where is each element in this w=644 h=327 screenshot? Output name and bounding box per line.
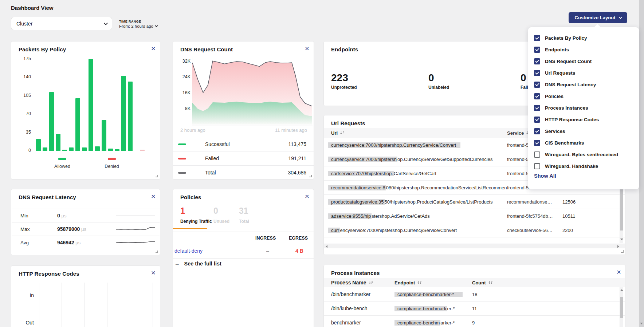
row-label-out: Out bbox=[17, 320, 34, 326]
menu-item[interactable]: DNS Request Count bbox=[528, 55, 639, 67]
gridline bbox=[84, 283, 85, 327]
sort-icon bbox=[369, 280, 373, 285]
tab-total[interactable]: 31 Total bbox=[239, 206, 249, 224]
highlighted-text: compliance-benchm bbox=[394, 320, 440, 326]
card-title: Endpoints bbox=[331, 46, 358, 52]
page-scrollbar[interactable] bbox=[639, 0, 644, 327]
menu-item[interactable]: Endpoints bbox=[528, 44, 639, 55]
checkbox-unchecked[interactable] bbox=[534, 163, 540, 169]
latency-number: 0 bbox=[57, 213, 60, 218]
dns-request-latency-card: DNS Request Latency × Min0 µsMax95879000… bbox=[11, 189, 160, 255]
menu-item[interactable]: HTTP Response Codes bbox=[528, 114, 639, 125]
show-all-link[interactable]: Show All bbox=[534, 173, 556, 179]
checkbox-checked[interactable] bbox=[534, 128, 540, 134]
menu-item-label: Endpoints bbox=[545, 47, 569, 52]
menu-item[interactable]: Packets By Policy bbox=[528, 32, 639, 44]
checkbox-checked[interactable] bbox=[534, 35, 540, 41]
endpoint-cell: compliance-benchmarker-* bbox=[394, 306, 472, 311]
table-row[interactable]: /bin/kube-benchcompliance-benchmarker-*1… bbox=[324, 302, 625, 316]
resize-handle[interactable] bbox=[621, 250, 624, 253]
process-table-vertical-scrollbar[interactable] bbox=[620, 287, 623, 327]
scroll-down-arrow[interactable] bbox=[640, 323, 643, 324]
table-row[interactable]: benchmarkercompliance-benchmarker-*9 bbox=[324, 316, 625, 327]
column-header-url[interactable]: Url bbox=[324, 130, 507, 136]
table-row[interactable]: productcatalogservice:3550/hipstershop.P… bbox=[324, 195, 625, 209]
see-full-list-link[interactable]: →See the full list bbox=[174, 261, 221, 267]
y-axis-tick: 105 bbox=[14, 93, 31, 98]
resize-handle[interactable] bbox=[156, 175, 158, 177]
latency-sparkline bbox=[116, 224, 155, 234]
highlighted-text: currencyservice:7000/hipstersh bbox=[328, 157, 397, 162]
menu-item[interactable]: Wireguard. Handshake bbox=[528, 160, 639, 172]
y-axis-tick: 32K bbox=[175, 59, 191, 64]
column-header-endpoint[interactable]: Endpoint bbox=[394, 280, 472, 285]
bar-allowed bbox=[89, 59, 93, 151]
column-header-count[interactable]: Count bbox=[472, 280, 512, 285]
close-icon[interactable]: × bbox=[151, 44, 156, 52]
resize-handle[interactable] bbox=[309, 175, 312, 177]
menu-item[interactable]: Wireguard. Bytes sent/received bbox=[528, 149, 639, 160]
checkbox-checked[interactable] bbox=[534, 47, 540, 53]
url-table-horizontal-scrollbar[interactable] bbox=[324, 244, 625, 248]
url-text: CartService/GetCart bbox=[394, 171, 436, 176]
menu-item[interactable]: CIS Benchmarks bbox=[528, 137, 639, 149]
bar-allowed bbox=[69, 147, 74, 151]
menu-item-label: DNS Request Latency bbox=[545, 82, 596, 87]
menu-item-label: Process Instances bbox=[545, 105, 588, 111]
checkbox-unchecked[interactable] bbox=[534, 151, 540, 158]
legend-swatch bbox=[178, 172, 186, 174]
menu-item[interactable]: Process Instances bbox=[528, 102, 639, 114]
endpoint-cell: compliance-benchmarker-* bbox=[394, 292, 472, 297]
count-cell: 10511 bbox=[562, 213, 602, 219]
latency-number: 95879000 bbox=[57, 226, 80, 232]
ingress-value: – bbox=[266, 248, 269, 254]
close-icon[interactable]: × bbox=[305, 44, 309, 52]
customize-layout-button[interactable]: Customize Layout bbox=[569, 12, 627, 23]
bar-allowed bbox=[36, 139, 41, 151]
policy-link[interactable]: default-deny bbox=[174, 248, 203, 254]
checkbox-checked[interactable] bbox=[534, 82, 540, 88]
tab-unused[interactable]: 0 Unused bbox=[213, 206, 229, 224]
time-range-value[interactable]: From: 2 hours ago bbox=[119, 24, 157, 28]
legend-label: Total bbox=[205, 170, 216, 176]
column-header-process-name[interactable]: Process Name bbox=[324, 280, 394, 285]
table-row[interactable]: adservice:9555/hipstershop.AdService/Get… bbox=[324, 209, 625, 223]
y-axis-tick: 24K bbox=[175, 74, 191, 79]
close-icon[interactable]: × bbox=[151, 269, 156, 276]
view-selector[interactable]: Cluster bbox=[11, 17, 112, 30]
close-icon[interactable]: × bbox=[151, 192, 156, 200]
checkbox-checked[interactable] bbox=[534, 93, 540, 99]
highlighted-text: productcatalogservice:35 bbox=[328, 199, 385, 205]
menu-item[interactable]: Services bbox=[528, 125, 639, 137]
count-cell: 11 bbox=[472, 306, 512, 311]
legend-swatch bbox=[178, 158, 186, 159]
checkbox-checked[interactable] bbox=[534, 70, 540, 76]
menu-item[interactable]: Url Requests bbox=[528, 67, 639, 79]
checkbox-checked[interactable] bbox=[534, 140, 540, 146]
menu-item[interactable]: Policies bbox=[528, 90, 639, 102]
count-cell: 9 bbox=[472, 320, 512, 326]
column-header-egress: EGRESS bbox=[289, 236, 308, 241]
latency-value: 946942 µs bbox=[57, 240, 115, 245]
close-icon[interactable]: × bbox=[305, 192, 309, 200]
resize-handle[interactable] bbox=[156, 251, 158, 253]
menu-item-label: Wireguard. Handshake bbox=[545, 164, 598, 169]
menu-item[interactable]: DNS Request Latency bbox=[528, 79, 639, 90]
count-cell: 2200 bbox=[562, 228, 602, 233]
close-icon[interactable]: × bbox=[617, 268, 621, 276]
table-row[interactable]: currencyservice:7000/hipstershop.Currenc… bbox=[324, 223, 625, 237]
legend-value: 113,475 bbox=[288, 141, 306, 147]
y-axis-tick: 0 bbox=[14, 148, 31, 153]
checkbox-checked[interactable] bbox=[534, 117, 540, 123]
url-text: op.CurrencyService/GetSupportedCurrencie… bbox=[397, 157, 493, 162]
checkbox-checked[interactable] bbox=[534, 105, 540, 111]
menu-item-label: Packets By Policy bbox=[545, 35, 587, 41]
url-text: stershop.AdService/GetAds bbox=[372, 213, 430, 219]
bar-allowed bbox=[128, 82, 133, 151]
url-cell: cartservice:7070/hipstershop.CartService… bbox=[324, 171, 507, 176]
menu-notch bbox=[594, 24, 601, 31]
tab-denying-traffic[interactable]: 1 Denying Traffic bbox=[180, 206, 212, 224]
table-row[interactable]: /bin/benchmarkercompliance-benchmarker-*… bbox=[324, 287, 625, 302]
checkbox-checked[interactable] bbox=[534, 58, 540, 64]
stat-unlabeled: 0 Unlabeled bbox=[428, 72, 449, 90]
